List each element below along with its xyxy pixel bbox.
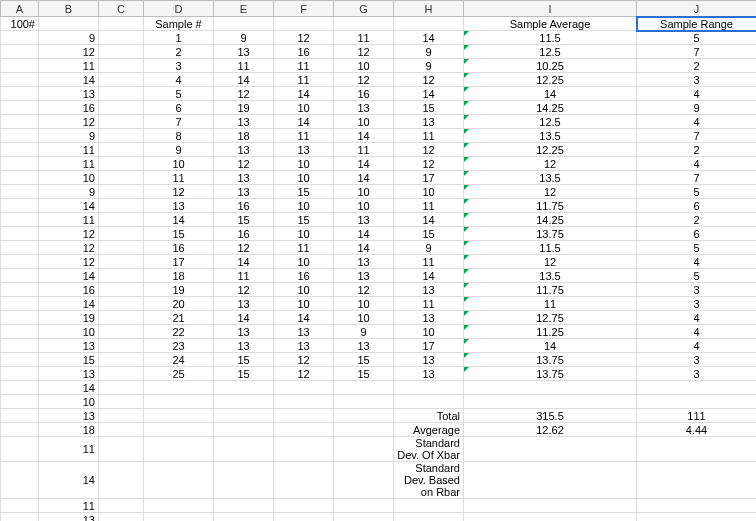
cell-F[interactable]: 15 — [274, 213, 334, 227]
cell-I[interactable]: 11 — [464, 297, 637, 311]
cell-A[interactable] — [1, 227, 39, 241]
cell-D[interactable] — [144, 437, 214, 462]
cell-E[interactable] — [214, 462, 274, 499]
cell-B[interactable]: 10 — [39, 325, 99, 339]
cell-C[interactable] — [99, 297, 144, 311]
cell-F[interactable] — [274, 381, 334, 395]
selected-cell[interactable]: Sample Range — [637, 17, 757, 31]
cell-C[interactable] — [99, 199, 144, 213]
cell-F[interactable] — [274, 462, 334, 499]
cell-C[interactable] — [99, 513, 144, 522]
cell-D[interactable]: 12 — [144, 185, 214, 199]
cell-C[interactable] — [99, 115, 144, 129]
cell-E[interactable]: 13 — [214, 171, 274, 185]
cell-B[interactable]: 16 — [39, 283, 99, 297]
cell-F[interactable]: 11 — [274, 73, 334, 87]
cell-J[interactable]: 5 — [637, 269, 757, 283]
cell-E[interactable]: 9 — [214, 31, 274, 45]
cell-D[interactable] — [144, 423, 214, 437]
cell-I[interactable]: Sample Average — [464, 17, 637, 31]
cell-I[interactable]: 12 — [464, 157, 637, 171]
cell-H[interactable]: Standard Dev. Of Xbar — [394, 437, 464, 462]
cell-D[interactable]: 2 — [144, 45, 214, 59]
cell-C[interactable] — [99, 395, 144, 409]
cell-F[interactable]: 13 — [274, 143, 334, 157]
cell-A[interactable] — [1, 311, 39, 325]
cell-E[interactable]: 12 — [214, 283, 274, 297]
cell-E[interactable] — [214, 395, 274, 409]
cell-C[interactable] — [99, 311, 144, 325]
cell-J[interactable]: 4 — [637, 255, 757, 269]
cell-I[interactable]: 12 — [464, 185, 637, 199]
cell-J[interactable]: 4 — [637, 325, 757, 339]
cell-A[interactable] — [1, 367, 39, 381]
cell-F[interactable]: 11 — [274, 241, 334, 255]
cell-J[interactable]: 3 — [637, 297, 757, 311]
cell-C[interactable] — [99, 31, 144, 45]
cell-I[interactable]: 11.75 — [464, 283, 637, 297]
cell-D[interactable] — [144, 499, 214, 513]
cell-H[interactable]: Avgerage — [394, 423, 464, 437]
cell-F[interactable]: 10 — [274, 199, 334, 213]
cell-H[interactable]: 12 — [394, 143, 464, 157]
cell-C[interactable] — [99, 87, 144, 101]
cell-B[interactable]: 11 — [39, 59, 99, 73]
cell-E[interactable]: 19 — [214, 101, 274, 115]
cell-C[interactable] — [99, 129, 144, 143]
cell-A[interactable] — [1, 59, 39, 73]
cell-C[interactable] — [99, 409, 144, 423]
cell-B[interactable]: 12 — [39, 241, 99, 255]
cell-C[interactable] — [99, 381, 144, 395]
cell-E[interactable]: 11 — [214, 59, 274, 73]
cell-J[interactable]: 9 — [637, 101, 757, 115]
cell-C[interactable] — [99, 17, 144, 31]
cell-J[interactable] — [637, 499, 757, 513]
cell-F[interactable]: 10 — [274, 227, 334, 241]
cell-J[interactable]: 6 — [637, 227, 757, 241]
cell-J[interactable]: 4 — [637, 339, 757, 353]
cell-I[interactable] — [464, 462, 637, 499]
cell-C[interactable] — [99, 269, 144, 283]
cell-A[interactable] — [1, 143, 39, 157]
cell-H[interactable] — [394, 381, 464, 395]
cell-B[interactable]: 11 — [39, 437, 99, 462]
cell-H[interactable]: 14 — [394, 31, 464, 45]
cell-F[interactable]: 13 — [274, 339, 334, 353]
cell-H[interactable]: 10 — [394, 325, 464, 339]
cell-J[interactable]: 2 — [637, 213, 757, 227]
cell-B[interactable]: 9 — [39, 185, 99, 199]
cell-C[interactable] — [99, 73, 144, 87]
cell-J[interactable]: 4 — [637, 87, 757, 101]
cell-F[interactable]: 16 — [274, 45, 334, 59]
cell-C[interactable] — [99, 462, 144, 499]
cell-I[interactable]: 14 — [464, 87, 637, 101]
cell-F[interactable]: 12 — [274, 31, 334, 45]
cell-H[interactable]: 9 — [394, 45, 464, 59]
cell-F[interactable]: 13 — [274, 325, 334, 339]
cell-E[interactable] — [214, 513, 274, 522]
cell-A[interactable] — [1, 241, 39, 255]
cell-A[interactable] — [1, 462, 39, 499]
cell-B[interactable]: 14 — [39, 199, 99, 213]
cell-C[interactable] — [99, 59, 144, 73]
cell-D[interactable]: 9 — [144, 143, 214, 157]
column-header-B[interactable]: B — [39, 1, 99, 17]
cell-B[interactable]: 12 — [39, 115, 99, 129]
cell-E[interactable]: 16 — [214, 199, 274, 213]
cell-F[interactable]: 10 — [274, 101, 334, 115]
cell-A[interactable] — [1, 423, 39, 437]
cell-I[interactable]: 12.25 — [464, 73, 637, 87]
cell-C[interactable] — [99, 143, 144, 157]
cell-A[interactable] — [1, 129, 39, 143]
cell-A[interactable] — [1, 199, 39, 213]
cell-H[interactable] — [394, 499, 464, 513]
cell-G[interactable]: 15 — [334, 367, 394, 381]
cell-C[interactable] — [99, 325, 144, 339]
cell-G[interactable]: 11 — [334, 31, 394, 45]
cell-H[interactable]: 17 — [394, 171, 464, 185]
cell-D[interactable]: 17 — [144, 255, 214, 269]
cell-D[interactable]: 11 — [144, 171, 214, 185]
cell-E[interactable]: 15 — [214, 367, 274, 381]
cell-J[interactable]: 3 — [637, 73, 757, 87]
cell-J[interactable] — [637, 437, 757, 462]
